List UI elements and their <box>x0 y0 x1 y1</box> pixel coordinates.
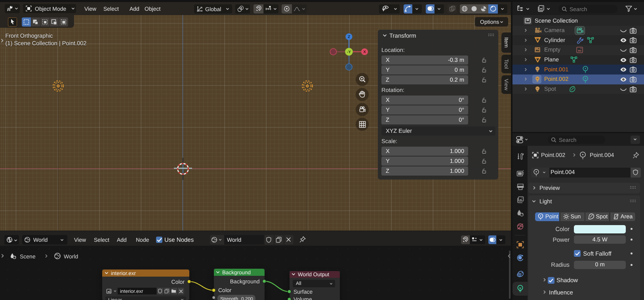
svg-text:Z: Z <box>348 35 350 39</box>
svg-text:-Y: -Y <box>347 50 351 54</box>
svg-text:X: X <box>363 50 366 54</box>
